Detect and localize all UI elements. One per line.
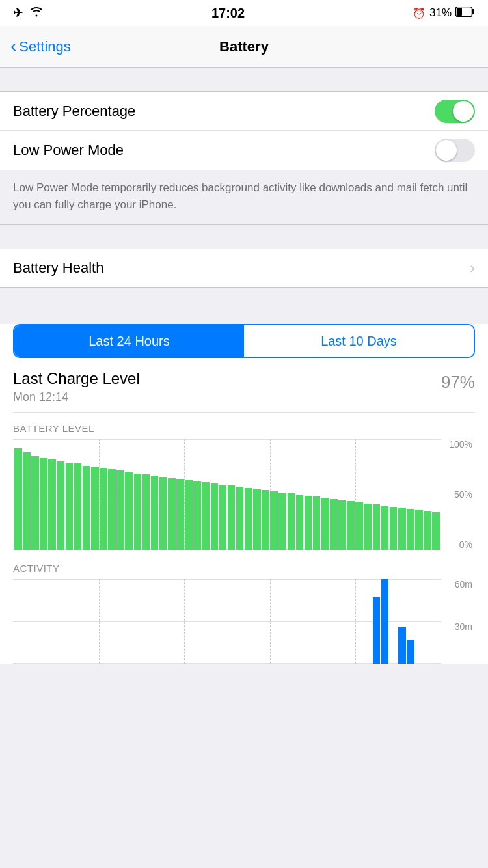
airplane-icon: ✈ xyxy=(13,6,23,20)
battery-bar xyxy=(74,463,82,550)
y-label-50: 50% xyxy=(454,489,472,500)
battery-level-chart: 100% 50% 0% xyxy=(13,439,475,550)
battery-bar xyxy=(176,479,184,550)
battery-bar xyxy=(278,493,286,550)
svg-rect-1 xyxy=(472,9,474,14)
wifi-icon xyxy=(29,7,44,20)
battery-bar xyxy=(151,476,159,550)
activity-section: ACTIVITY 60m 30m xyxy=(13,550,475,664)
battery-bar xyxy=(228,485,236,550)
battery-bar xyxy=(338,500,346,550)
last-24-hours-label: Last 24 Hours xyxy=(88,334,170,349)
activity-bar xyxy=(407,640,414,664)
battery-percentage-label: Battery Percentage xyxy=(13,103,135,120)
activity-y-labels: 60m 30m xyxy=(441,579,475,664)
last-charge-time: Mon 12:14 xyxy=(13,390,140,404)
low-power-mode-toggle[interactable] xyxy=(435,139,475,162)
low-power-description: Low Power Mode temporarily reduces backg… xyxy=(0,170,488,225)
battery-health-label: Battery Health xyxy=(13,260,103,277)
section-gap-3 xyxy=(0,288,488,314)
status-time: 17:02 xyxy=(211,6,245,21)
chart-y-labels: 100% 50% 0% xyxy=(441,439,475,550)
last-charge-info: Last Charge Level Mon 12:14 xyxy=(13,370,140,404)
chevron-right-icon: › xyxy=(470,259,475,277)
section-gap-1 xyxy=(0,68,488,91)
y-label-0: 0% xyxy=(459,539,472,550)
battery-bar xyxy=(57,461,65,550)
status-left-icons: ✈ xyxy=(13,6,44,20)
battery-percentage-row: Battery Percentage xyxy=(0,92,488,131)
battery-bar xyxy=(185,480,193,550)
activity-bars xyxy=(13,579,441,664)
status-right-icons: ⏰ 31% xyxy=(413,7,475,20)
battery-bar xyxy=(108,469,116,550)
activity-area xyxy=(13,579,441,664)
battery-bar xyxy=(313,496,321,550)
battery-bar xyxy=(288,493,295,550)
activity-y-30: 30m xyxy=(455,621,472,632)
battery-bar xyxy=(398,508,406,550)
page-title: Battery xyxy=(219,38,269,55)
status-bar: ✈ 17:02 ⏰ 31% xyxy=(0,0,488,26)
battery-bar xyxy=(100,468,107,550)
battery-level-chart-section: BATTERY LEVEL 100% 50% xyxy=(13,413,475,550)
battery-bar xyxy=(424,511,431,550)
battery-bar xyxy=(305,496,312,550)
toggle-thumb-2 xyxy=(436,140,457,161)
battery-level-label: BATTERY LEVEL xyxy=(13,423,475,434)
alarm-icon: ⏰ xyxy=(413,7,426,20)
activity-y-60: 60m xyxy=(455,579,472,590)
battery-bar xyxy=(236,487,244,550)
y-label-100: 100% xyxy=(449,439,472,450)
battery-bar xyxy=(211,483,219,550)
last-10-days-label: Last 10 Days xyxy=(321,334,397,349)
main-settings-group: Battery Percentage Low Power Mode xyxy=(0,91,488,170)
battery-bar xyxy=(193,481,201,550)
back-button[interactable]: ‹ Settings xyxy=(10,38,71,55)
battery-bar xyxy=(31,456,39,550)
low-power-description-text: Low Power Mode temporarily reduces backg… xyxy=(13,180,475,213)
activity-chart: 60m 30m xyxy=(13,579,475,664)
activity-label: ACTIVITY xyxy=(13,563,475,574)
battery-percentage-toggle[interactable] xyxy=(435,100,475,123)
time-range-segmented-control[interactable]: Last 24 Hours Last 10 Days xyxy=(13,324,475,358)
last-charge-title: Last Charge Level xyxy=(13,370,140,388)
battery-bar xyxy=(262,490,269,550)
battery-health-row[interactable]: Battery Health › xyxy=(0,249,488,288)
battery-bar xyxy=(40,458,47,550)
battery-bar xyxy=(407,509,414,550)
back-chevron-icon: ‹ xyxy=(10,37,16,55)
battery-bar xyxy=(66,463,74,550)
battery-bar xyxy=(330,499,338,550)
activity-bar xyxy=(398,627,406,664)
battery-bar xyxy=(381,506,389,550)
nav-bar: ‹ Settings Battery xyxy=(0,26,488,68)
battery-bar xyxy=(364,504,372,550)
section-gap-2 xyxy=(0,225,488,249)
battery-bar xyxy=(270,491,278,550)
last-charge-percentage: 97% xyxy=(441,370,475,392)
battery-bar xyxy=(253,489,261,550)
chart-area xyxy=(13,439,441,550)
battery-bar xyxy=(347,501,355,550)
battery-bar xyxy=(219,485,227,550)
usage-section: Last 24 Hours Last 10 Days Last Charge L… xyxy=(0,324,488,664)
low-power-mode-label: Low Power Mode xyxy=(13,142,124,159)
last-24-hours-button[interactable]: Last 24 Hours xyxy=(14,325,244,357)
battery-bar xyxy=(23,452,31,550)
battery-percent-text: 31% xyxy=(429,7,452,20)
battery-bar xyxy=(432,512,440,550)
back-label: Settings xyxy=(19,38,71,55)
svg-rect-2 xyxy=(457,8,462,16)
battery-bar xyxy=(48,459,56,550)
battery-bar xyxy=(116,470,124,550)
battery-bar xyxy=(390,507,398,550)
battery-bar xyxy=(83,466,90,550)
battery-bar xyxy=(355,502,363,550)
battery-bar xyxy=(159,477,167,550)
battery-bar xyxy=(125,472,133,550)
battery-bar xyxy=(168,478,176,550)
activity-bar xyxy=(373,597,381,664)
last-10-days-button[interactable]: Last 10 Days xyxy=(244,325,474,357)
battery-bar xyxy=(245,488,252,550)
